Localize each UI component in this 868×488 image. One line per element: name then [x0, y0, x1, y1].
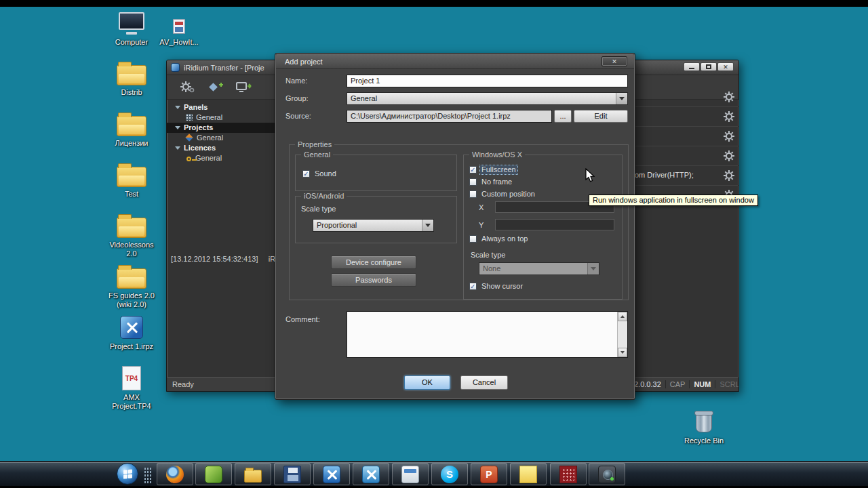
ok-button[interactable]: OK	[404, 375, 450, 390]
taskbar-button-notes[interactable]	[510, 463, 547, 485]
comment-textarea[interactable]	[347, 311, 628, 358]
chevron-down-icon[interactable]	[422, 220, 433, 231]
gear-icon[interactable]	[724, 170, 734, 184]
ios-scale-type-select[interactable]: Proportional	[313, 219, 434, 232]
cancel-button[interactable]: Cancel	[460, 375, 508, 390]
always-on-top-checkbox[interactable]	[469, 235, 477, 243]
fullscreen-label[interactable]: Fullscreen	[480, 165, 517, 174]
windows-osx-groupbox: Windows/OS X ✓ Fullscreen No frame Custo…	[463, 155, 623, 300]
dialog-titlebar[interactable]: Add project ✕	[276, 54, 634, 69]
desktop-icon-label: AV_HowIt...	[155, 38, 203, 47]
edit-button[interactable]: Edit	[574, 110, 628, 123]
desktop-icon-label: Test	[107, 190, 156, 199]
no-frame-label[interactable]: No frame	[480, 178, 513, 186]
taskbar-button-iridium-transfer[interactable]	[353, 463, 389, 485]
status-ready: Ready	[172, 378, 194, 391]
y-input[interactable]	[495, 219, 614, 230]
taskbar-button-explorer[interactable]	[235, 463, 271, 485]
gear-icon[interactable]	[724, 131, 734, 144]
device-configure-button[interactable]: Device configure	[331, 256, 416, 269]
desktop-icon-test[interactable]: Test	[107, 160, 156, 199]
tooltip: Run windows application in fullscreen on…	[589, 195, 758, 206]
folder-icon	[117, 268, 146, 289]
sound-label[interactable]: Sound	[313, 169, 338, 178]
desktop-icon-fs-guides[interactable]: FS guides 2.0 (wiki 2.0)	[107, 262, 156, 309]
windows-logo-icon	[123, 469, 132, 479]
gears-icon	[180, 81, 195, 94]
desktop-icon-recycle-bin[interactable]: Recycle Bin	[679, 407, 728, 445]
app-icon	[171, 63, 180, 72]
desktop-icon-licenses[interactable]: Лицензии	[107, 109, 156, 148]
settings-gears-button[interactable]	[180, 81, 195, 94]
taskbar: S P	[0, 461, 868, 486]
status-scrolllock: SCRL	[715, 380, 739, 388]
taskbar-button-camera-app[interactable]	[589, 463, 625, 485]
minimize-icon	[689, 68, 694, 69]
gear-icon[interactable]	[724, 111, 734, 125]
maximize-button[interactable]	[701, 62, 717, 71]
properties-title: Properties	[295, 140, 334, 148]
name-input[interactable]: Project 1	[347, 75, 628, 87]
chevron-down-icon[interactable]	[616, 93, 627, 104]
show-cursor-checkbox[interactable]: ✓	[469, 283, 477, 290]
passwords-button[interactable]: Passwords	[331, 273, 416, 287]
gear-icon[interactable]	[724, 150, 734, 164]
desktop-icon-amx-tp4[interactable]: TP4 AMX Project.TP4	[107, 363, 156, 411]
grid-icon	[186, 114, 193, 121]
transfer-device-button[interactable]	[236, 81, 252, 94]
taskbar-button-skype[interactable]: S	[431, 463, 468, 485]
floppy-save-icon	[283, 466, 301, 483]
chevron-down-icon	[175, 146, 180, 150]
comment-label: Comment:	[285, 315, 320, 323]
win-scale-type-select[interactable]: None	[479, 262, 599, 275]
ios-android-title: iOS/Android	[301, 192, 347, 200]
custom-position-label[interactable]: Custom position	[480, 190, 536, 199]
gear-icon[interactable]	[724, 92, 734, 105]
taskbar-button-powerpoint[interactable]: P	[471, 463, 507, 485]
minimize-button[interactable]	[684, 62, 700, 71]
scroll-down-button[interactable]	[618, 348, 627, 357]
desktop-icon-av-howit[interactable]: AV_HowIt...	[155, 8, 203, 47]
desktop-icon-videolessons[interactable]: Videolessons 2.0	[107, 211, 156, 258]
mouse-cursor	[585, 168, 598, 186]
always-on-top-label[interactable]: Always on top	[480, 235, 529, 243]
add-project-button[interactable]	[208, 81, 224, 94]
browse-button[interactable]: ...	[554, 110, 572, 123]
taskbar-button-iridium[interactable]	[550, 463, 587, 485]
close-button[interactable]: ✕	[717, 62, 734, 71]
iridium-red-icon	[559, 466, 577, 483]
x-label: X	[477, 203, 485, 212]
iridium-blue-app-icon	[323, 466, 340, 483]
source-input[interactable]: C:\Users\Администратор\Desktop\Project 1…	[347, 110, 552, 123]
taskbar-button-save-app[interactable]	[274, 463, 311, 485]
show-cursor-label[interactable]: Show cursor	[480, 282, 524, 291]
recycle-bin-icon	[696, 413, 712, 432]
taskbar-button-firefox[interactable]	[157, 463, 193, 485]
group-select[interactable]: General	[347, 92, 628, 105]
desktop-icon-label: Project 1.irpz	[107, 342, 156, 351]
comment-scrollbar[interactable]	[617, 312, 627, 357]
close-icon: ✕	[723, 64, 728, 70]
taskbar-button-green-app[interactable]	[195, 463, 232, 485]
desktop-icon-label: Лицензии	[107, 139, 156, 148]
camera-app-icon	[598, 466, 616, 483]
no-frame-checkbox[interactable]	[469, 178, 477, 186]
key-icon	[186, 157, 191, 161]
taskbar-button-light-app[interactable]	[392, 463, 429, 485]
arrow-down-icon	[620, 351, 625, 354]
win-scale-type-value: None	[483, 263, 500, 274]
custom-position-checkbox[interactable]	[469, 190, 477, 198]
scroll-up-button[interactable]	[618, 312, 627, 321]
fullscreen-checkbox[interactable]: ✓	[469, 166, 477, 174]
sound-checkbox[interactable]: ✓	[302, 170, 310, 178]
windows-osx-title: Windows/OS X	[469, 150, 525, 159]
desktop-icon-project1-irpz[interactable]: Project 1.irpz	[107, 312, 156, 351]
chevron-down-icon	[175, 106, 180, 109]
toolbar-grip-icon	[144, 467, 152, 483]
dialog-close-button[interactable]: ✕	[601, 56, 627, 66]
taskbar-button-iridium-editor[interactable]	[313, 463, 350, 485]
sticky-notes-icon	[519, 466, 537, 483]
desktop-icon-distrib[interactable]: Distrib	[107, 58, 156, 97]
start-button[interactable]	[117, 463, 138, 485]
desktop-icon-computer[interactable]: Computer	[107, 8, 156, 47]
